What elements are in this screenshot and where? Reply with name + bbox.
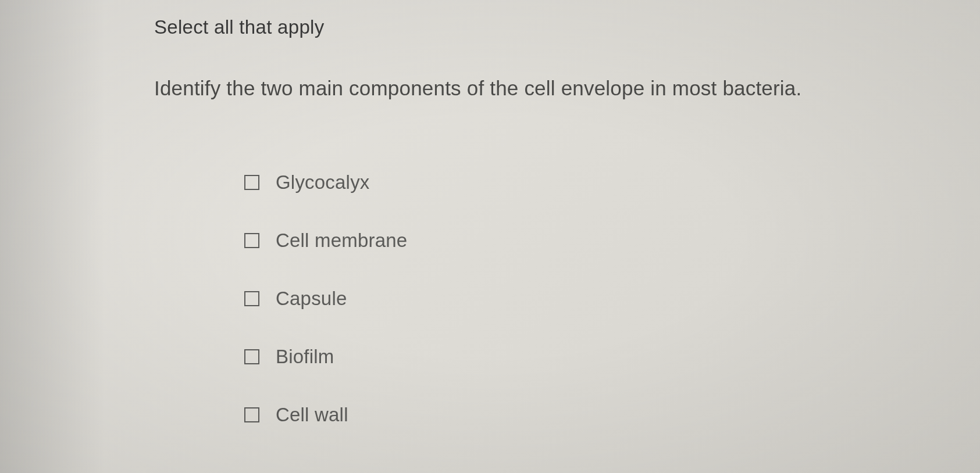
option-label: Cell membrane xyxy=(276,230,407,252)
checkbox-icon[interactable] xyxy=(244,175,259,190)
option-row[interactable]: Glycocalyx xyxy=(244,171,980,193)
checkbox-icon[interactable] xyxy=(244,233,259,248)
option-label: Capsule xyxy=(276,288,347,310)
checkbox-icon[interactable] xyxy=(244,407,259,422)
options-list: Glycocalyx Cell membrane Capsule Biofilm… xyxy=(154,171,980,426)
option-row[interactable]: Capsule xyxy=(244,288,980,310)
option-row[interactable]: Cell membrane xyxy=(244,230,980,252)
checkbox-icon[interactable] xyxy=(244,349,259,364)
checkbox-icon[interactable] xyxy=(244,291,259,306)
option-label: Cell wall xyxy=(276,404,348,426)
option-label: Biofilm xyxy=(276,346,334,368)
option-row[interactable]: Cell wall xyxy=(244,404,980,426)
instruction-text: Select all that apply xyxy=(154,16,980,38)
option-label: Glycocalyx xyxy=(276,171,370,193)
quiz-content: Select all that apply Identify the two m… xyxy=(0,0,980,426)
option-row[interactable]: Biofilm xyxy=(244,346,980,368)
question-text: Identify the two main components of the … xyxy=(154,74,980,102)
